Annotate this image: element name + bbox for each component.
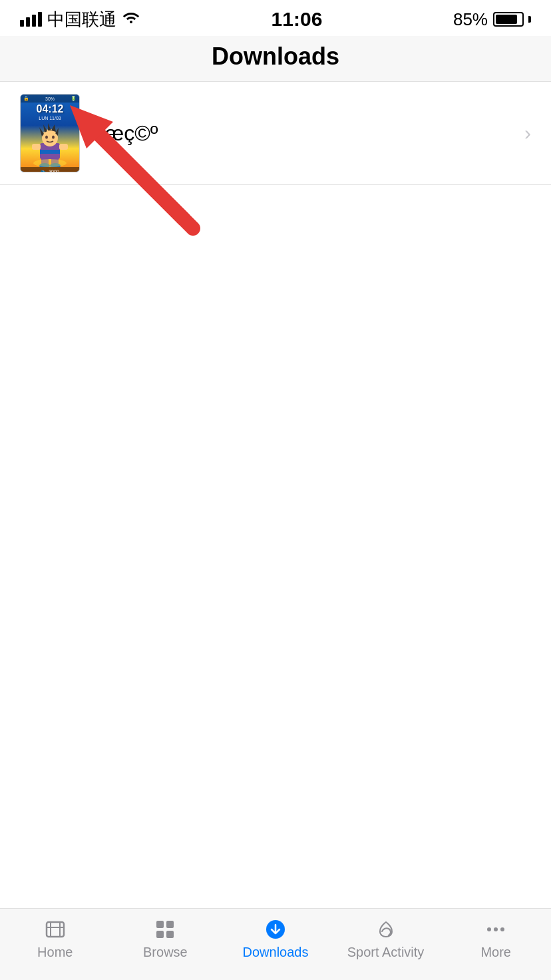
more-icon [484,918,507,941]
battery-icon [493,12,531,27]
item-info: åæç©º [80,121,524,146]
svg-rect-26 [156,931,164,938]
svg-rect-14 [32,144,41,150]
page-title: Downloads [212,43,339,71]
tab-browse-label: Browse [143,945,188,960]
tab-more[interactable]: More [456,918,536,960]
wifi-icon [122,10,140,29]
svg-rect-1 [40,150,60,154]
svg-rect-21 [47,922,64,937]
home-icon [44,918,67,941]
annotation-arrow [60,95,206,242]
svg-rect-15 [59,144,68,150]
tab-home[interactable]: Home [15,918,95,960]
list-item[interactable]: 🔒 30% 🔋 04:12 LUN 11/03 [0,82,551,185]
tab-sport-activity[interactable]: Sport Activity [346,918,426,960]
status-bar: 中国联通 11:06 85% [0,0,551,36]
signal-bars [20,12,42,27]
svg-point-2 [42,129,58,146]
tab-bar: Home Browse Downloads Sport Activity [0,908,551,980]
status-right: 85% [453,9,531,30]
svg-rect-22 [51,922,60,937]
navigation-bar: Downloads [0,36,551,82]
chevron-right-icon: › [524,122,531,144]
svg-marker-5 [48,123,51,130]
browse-icon [154,918,176,941]
tab-sport-activity-label: Sport Activity [347,945,425,960]
tab-home-label: Home [37,945,73,960]
item-thumbnail: 🔒 30% 🔋 04:12 LUN 11/03 [20,94,80,172]
sport-activity-icon [375,918,397,941]
tab-downloads[interactable]: Downloads [236,918,315,960]
svg-point-9 [52,136,55,139]
carrier-text: 中国联通 [47,8,116,31]
content-area: 🔒 30% 🔋 04:12 LUN 11/03 [0,82,551,908]
battery-percentage: 85% [453,9,488,30]
svg-point-8 [45,136,48,139]
status-time: 11:06 [272,8,323,31]
svg-point-16 [33,159,67,167]
svg-rect-24 [156,921,164,928]
downloads-icon [264,918,287,941]
svg-point-30 [494,927,498,931]
svg-rect-25 [166,921,174,928]
svg-marker-4 [43,124,47,132]
tab-more-label: More [480,945,511,960]
tab-downloads-label: Downloads [243,945,309,960]
svg-rect-27 [166,931,174,938]
svg-point-31 [500,927,504,931]
item-name: åæç©º [93,121,158,145]
svg-point-29 [487,927,491,931]
tab-browse[interactable]: Browse [125,918,205,960]
status-left: 中国联通 [20,8,140,31]
